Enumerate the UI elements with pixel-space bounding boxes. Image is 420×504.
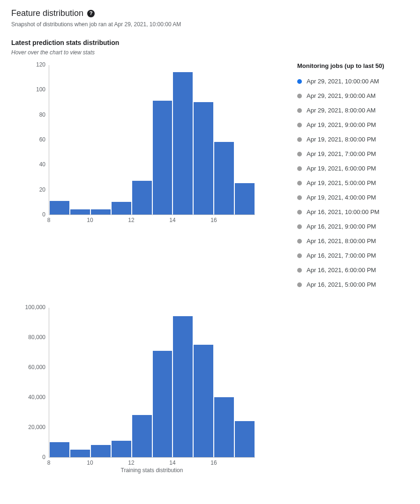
job-dot-icon <box>297 123 302 127</box>
job-dot-icon <box>297 195 302 200</box>
chart-bar[interactable] <box>235 183 255 215</box>
chart-bar[interactable] <box>50 201 69 215</box>
prediction-chart[interactable]: 020406080100120810121416 <box>11 65 264 223</box>
y-axis-tick: 0 <box>21 211 45 218</box>
monitoring-job-label: Apr 29, 2021, 10:00:00 AM <box>307 78 379 85</box>
y-axis-tick: 20,000 <box>21 424 45 430</box>
job-dot-icon <box>297 282 302 287</box>
chart-bar[interactable] <box>153 351 172 457</box>
job-dot-icon <box>297 94 302 98</box>
snapshot-subtitle: Snapshot of distributions when job ran a… <box>11 21 409 28</box>
x-axis-title: Training stats distribution <box>49 467 255 474</box>
monitoring-job-item[interactable]: Apr 16, 2021, 5:00:00 PM <box>297 277 405 292</box>
y-axis-tick: 40,000 <box>21 394 45 400</box>
chart-bar[interactable] <box>132 181 152 215</box>
y-axis-tick: 120 <box>21 61 45 68</box>
chart-bar[interactable] <box>70 450 90 457</box>
page-title: Feature distribution <box>11 8 83 18</box>
x-axis-tick: 8 <box>47 460 51 466</box>
chart-bar[interactable] <box>173 316 193 457</box>
x-axis-tick: 14 <box>169 217 175 223</box>
monitoring-job-label: Apr 16, 2021, 7:00:00 PM <box>307 252 376 259</box>
y-axis-tick: 80 <box>21 111 45 118</box>
monitoring-job-label: Apr 19, 2021, 4:00:00 PM <box>307 194 376 201</box>
monitoring-jobs-panel: Monitoring jobs (up to last 50) Apr 29, … <box>297 62 405 292</box>
monitoring-job-item[interactable]: Apr 29, 2021, 8:00:00 AM <box>297 103 405 118</box>
chart-bar[interactable] <box>112 202 131 215</box>
y-axis-tick: 100 <box>21 86 45 93</box>
section-hint: Hover over the chart to view stats <box>11 49 409 56</box>
y-axis-tick: 20 <box>21 186 45 193</box>
job-dot-icon <box>297 108 302 113</box>
y-axis-tick: 0 <box>21 454 45 460</box>
job-dot-icon <box>297 166 302 171</box>
help-icon[interactable]: ? <box>87 10 95 17</box>
monitoring-job-item[interactable]: Apr 16, 2021, 7:00:00 PM <box>297 248 405 263</box>
job-dot-icon <box>297 268 302 273</box>
chart-bar[interactable] <box>70 209 90 215</box>
monitoring-job-label: Apr 16, 2021, 9:00:00 PM <box>307 223 376 230</box>
monitoring-jobs-list: Apr 29, 2021, 10:00:00 AMApr 29, 2021, 9… <box>297 74 405 292</box>
job-dot-icon <box>297 137 302 142</box>
monitoring-job-label: Apr 16, 2021, 6:00:00 PM <box>307 267 376 274</box>
chart-bar[interactable] <box>132 415 152 457</box>
monitoring-job-label: Apr 16, 2021, 8:00:00 PM <box>307 237 376 245</box>
monitoring-job-label: Apr 19, 2021, 8:00:00 PM <box>307 136 376 143</box>
monitoring-job-label: Apr 29, 2021, 9:00:00 AM <box>307 92 375 99</box>
chart-bar[interactable] <box>153 101 172 215</box>
monitoring-job-item[interactable]: Apr 16, 2021, 8:00:00 PM <box>297 234 405 248</box>
job-dot-icon <box>297 181 302 185</box>
chart-bar[interactable] <box>194 102 213 215</box>
monitoring-job-label: Apr 19, 2021, 6:00:00 PM <box>307 165 376 172</box>
monitoring-job-label: Apr 29, 2021, 8:00:00 AM <box>307 107 375 114</box>
monitoring-job-label: Apr 19, 2021, 5:00:00 PM <box>307 179 376 186</box>
monitoring-jobs-title: Monitoring jobs (up to last 50) <box>297 62 405 69</box>
monitoring-job-item[interactable]: Apr 19, 2021, 6:00:00 PM <box>297 161 405 176</box>
job-dot-icon <box>297 79 302 84</box>
y-axis-tick: 80,000 <box>21 334 45 341</box>
y-axis-tick: 60,000 <box>21 364 45 371</box>
monitoring-job-item[interactable]: Apr 19, 2021, 7:00:00 PM <box>297 147 405 161</box>
monitoring-job-item[interactable]: Apr 16, 2021, 6:00:00 PM <box>297 263 405 277</box>
monitoring-job-item[interactable]: Apr 16, 2021, 10:00:00 PM <box>297 205 405 219</box>
chart-bar[interactable] <box>194 345 213 457</box>
job-dot-icon <box>297 152 302 156</box>
x-axis-tick: 10 <box>87 217 93 223</box>
job-dot-icon <box>297 239 302 244</box>
monitoring-job-item[interactable]: Apr 19, 2021, 4:00:00 PM <box>297 190 405 205</box>
monitoring-job-item[interactable]: Apr 19, 2021, 5:00:00 PM <box>297 176 405 190</box>
chart-bar[interactable] <box>50 442 69 457</box>
x-axis-tick: 12 <box>128 217 134 223</box>
x-axis-tick: 12 <box>128 460 134 466</box>
x-axis-tick: 14 <box>169 460 175 466</box>
monitoring-job-item[interactable]: Apr 16, 2021, 9:00:00 PM <box>297 219 405 234</box>
monitoring-job-item[interactable]: Apr 19, 2021, 8:00:00 PM <box>297 132 405 147</box>
chart-bar[interactable] <box>112 441 131 457</box>
monitoring-job-item[interactable]: Apr 19, 2021, 9:00:00 PM <box>297 118 405 132</box>
chart-bar[interactable] <box>214 397 234 457</box>
x-axis-tick: 16 <box>210 460 217 466</box>
chart-bar[interactable] <box>235 421 255 457</box>
monitoring-job-item[interactable]: Apr 29, 2021, 10:00:00 AM <box>297 74 405 89</box>
job-dot-icon <box>297 210 302 215</box>
job-dot-icon <box>297 253 302 258</box>
monitoring-job-label: Apr 16, 2021, 5:00:00 PM <box>307 281 376 288</box>
x-axis-tick: 8 <box>47 217 51 223</box>
chart-bar[interactable] <box>91 445 111 457</box>
monitoring-job-label: Apr 19, 2021, 7:00:00 PM <box>307 150 376 157</box>
job-dot-icon <box>297 224 302 229</box>
y-axis-tick: 60 <box>21 136 45 143</box>
x-axis-tick: 16 <box>210 217 217 223</box>
chart-bar[interactable] <box>173 72 193 215</box>
monitoring-job-label: Apr 16, 2021, 10:00:00 PM <box>307 208 379 215</box>
section-title: Latest prediction stats distribution <box>11 39 409 46</box>
x-axis-tick: 10 <box>87 460 93 466</box>
y-axis-tick: 40 <box>21 161 45 168</box>
monitoring-job-item[interactable]: Apr 29, 2021, 9:00:00 AM <box>297 89 405 103</box>
monitoring-job-label: Apr 19, 2021, 9:00:00 PM <box>307 121 376 128</box>
chart-bar[interactable] <box>214 142 234 215</box>
chart-bar[interactable] <box>91 209 111 215</box>
training-chart[interactable]: 020,00040,00060,00080,000100,00081012141… <box>11 308 264 474</box>
y-axis-tick: 100,000 <box>21 304 45 311</box>
